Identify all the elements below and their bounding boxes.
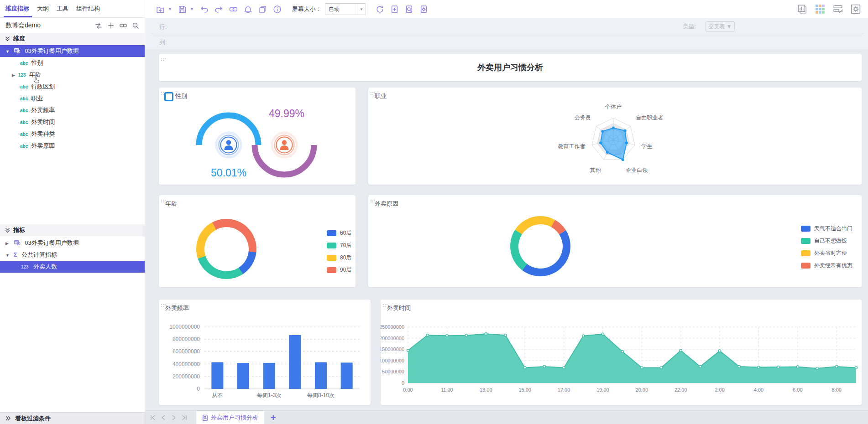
save-icon[interactable] bbox=[178, 5, 187, 14]
expand-arrow-icon[interactable]: ▶ bbox=[12, 69, 17, 81]
tab-dimensions-metrics[interactable]: 维度指标 bbox=[5, 5, 29, 13]
switch-dataset-icon[interactable] bbox=[95, 22, 102, 29]
svg-text:200000000: 200000000 bbox=[173, 373, 200, 380]
refresh-icon[interactable] bbox=[376, 5, 384, 14]
screen-size-select[interactable]: 自动 ▼ bbox=[325, 3, 366, 15]
dashboard-filter-bar[interactable]: 看板过滤条件 bbox=[0, 412, 145, 424]
new-dashboard-icon[interactable] bbox=[156, 5, 165, 14]
search-icon[interactable] bbox=[132, 22, 139, 29]
legend-item[interactable]: 外卖省时方便 bbox=[801, 247, 852, 259]
widget-title: 职业 bbox=[375, 92, 387, 100]
metric-tree-root[interactable]: ▶ 03外卖订餐用户数据 bbox=[0, 237, 145, 249]
title-widget[interactable]: 外卖用户习惯分析 bbox=[159, 54, 862, 81]
info-icon[interactable] bbox=[273, 5, 282, 14]
settings-gear-icon[interactable] bbox=[851, 4, 861, 14]
dashboard-tab-active[interactable]: 外卖用户习惯分析 bbox=[196, 411, 264, 424]
drag-grip-icon[interactable] bbox=[161, 55, 166, 63]
alert-bell-icon[interactable] bbox=[244, 5, 252, 14]
svg-text:学生: 学生 bbox=[641, 143, 652, 150]
dimensions-section-header[interactable]: 维度 bbox=[0, 33, 145, 45]
metrics-section-header[interactable]: 指标 bbox=[0, 224, 145, 236]
collapse-arrow-icon[interactable]: ▼ bbox=[5, 249, 11, 261]
dim-item-time[interactable]: abc外卖时间 bbox=[0, 116, 145, 128]
prev-page-icon[interactable] bbox=[160, 414, 167, 421]
svg-text:公务员: 公务员 bbox=[575, 114, 591, 121]
dashboard-title: 外卖用户习惯分析 bbox=[159, 54, 862, 81]
legend-item[interactable]: 自己不想做饭 bbox=[801, 235, 852, 247]
legend-item[interactable]: 天气不适合出门 bbox=[801, 222, 852, 235]
legend-item[interactable]: 70后 bbox=[327, 239, 351, 252]
tree-item-label: 年龄 bbox=[29, 71, 41, 78]
legend-item[interactable]: 90后 bbox=[327, 264, 351, 276]
screen-size-label: 屏幕大小 : bbox=[292, 5, 319, 13]
reason-widget[interactable]: 外卖原因 天气不适合出门自己不想做饭外卖省时方便外卖经常有优惠 bbox=[368, 195, 862, 287]
first-page-icon[interactable] bbox=[150, 414, 156, 421]
svg-text:400000000: 400000000 bbox=[173, 361, 200, 367]
svg-text:600000000: 600000000 bbox=[173, 348, 200, 355]
next-page-icon[interactable] bbox=[171, 414, 177, 421]
dim-item-frequency[interactable]: abc外卖频率 bbox=[0, 104, 145, 116]
collapse-arrow-icon[interactable]: ▼ bbox=[5, 46, 11, 57]
dim-item-region[interactable]: abc行政区划 bbox=[0, 81, 145, 93]
tab-tools[interactable]: 工具 bbox=[57, 5, 68, 13]
svg-text:2:00: 2:00 bbox=[715, 387, 724, 393]
legend-swatch bbox=[801, 263, 810, 269]
expand-arrow-icon[interactable]: ▶ bbox=[5, 238, 11, 249]
collapse-double-chevron-icon bbox=[5, 36, 10, 42]
age-donut-chart bbox=[196, 219, 256, 279]
metric-calc-group[interactable]: ▼ Σ 公共计算指标 bbox=[0, 249, 145, 261]
occupation-widget[interactable]: 职业 个体户自由职业者学生企业白领其他教育工作者公务员 bbox=[368, 88, 862, 185]
link-icon[interactable] bbox=[120, 22, 127, 29]
doc-add-icon[interactable] bbox=[390, 5, 399, 14]
last-page-icon[interactable] bbox=[181, 414, 188, 421]
link-icon[interactable] bbox=[229, 5, 238, 14]
dim-item-reason[interactable]: abc外卖原因 bbox=[0, 140, 145, 152]
legend-swatch bbox=[327, 255, 336, 261]
chart-type-dropdown[interactable]: 交叉表 ▼ bbox=[706, 21, 735, 31]
reason-legend: 天气不适合出门自己不想做饭外卖省时方便外卖经常有优惠 bbox=[801, 222, 852, 272]
copy-component-icon[interactable] bbox=[258, 5, 267, 14]
svg-text:个体户: 个体户 bbox=[605, 103, 622, 110]
add-field-icon[interactable] bbox=[107, 22, 115, 29]
dim-item-occupation[interactable]: abc职业 bbox=[0, 93, 145, 104]
svg-text:从不: 从不 bbox=[212, 392, 223, 398]
dim-item-gender[interactable]: abc性别 bbox=[0, 57, 145, 69]
new-dropdown-caret[interactable]: ▼ bbox=[168, 7, 172, 11]
legend-item[interactable]: 60后 bbox=[327, 227, 351, 239]
component-grid-icon[interactable] bbox=[815, 4, 825, 14]
widget-select-checkbox[interactable] bbox=[164, 92, 173, 101]
undo-icon[interactable] bbox=[200, 5, 209, 14]
age-widget[interactable]: 年龄 60后70后80后90后 bbox=[159, 195, 356, 287]
gender-widget[interactable]: 性别 49.99% 50.01% bbox=[159, 88, 356, 185]
chart-report-icon[interactable] bbox=[797, 4, 807, 14]
svg-text:13:00: 13:00 bbox=[480, 387, 492, 393]
save-dropdown-caret[interactable]: ▼ bbox=[190, 7, 194, 11]
hidden-components-icon[interactable] bbox=[833, 4, 843, 14]
legend-item[interactable]: 80后 bbox=[327, 252, 351, 264]
add-dashboard-tab-button[interactable]: + bbox=[271, 413, 276, 422]
dim-item-age[interactable]: ▶123年龄 bbox=[0, 69, 145, 81]
frequency-widget[interactable]: 外卖频率 02000000004000000006000000008000000… bbox=[159, 300, 371, 405]
expand-double-chevron-icon bbox=[5, 415, 11, 421]
dim-item-category[interactable]: abc外卖种类 bbox=[0, 128, 145, 140]
table-icon bbox=[14, 238, 21, 244]
sidebar-tabs: 维度指标 大纲 工具 组件结构 bbox=[0, 0, 145, 18]
dims-tree-root[interactable]: ▼ 03外卖订餐用户数据 bbox=[0, 45, 145, 57]
tree-item-label: 性别 bbox=[31, 59, 43, 66]
tab-outline[interactable]: 大纲 bbox=[37, 5, 49, 13]
female-percentage: 49.99% bbox=[255, 108, 319, 120]
doc-search-icon[interactable] bbox=[405, 5, 413, 14]
main-toolbar: ▼ ▼ 屏幕大小 : 自动 ▼ bbox=[145, 0, 868, 19]
time-widget[interactable]: 外卖时间 05000000010000000015000000020000000… bbox=[381, 300, 862, 405]
legend-swatch bbox=[327, 267, 336, 273]
redo-icon[interactable] bbox=[214, 5, 223, 14]
tab-component-structure[interactable]: 组件结构 bbox=[76, 5, 100, 13]
donut-hole bbox=[518, 224, 563, 269]
svg-text:50000000: 50000000 bbox=[382, 369, 404, 374]
legend-swatch bbox=[801, 238, 810, 244]
widget-title: 外卖时间 bbox=[387, 304, 411, 312]
doc-settings-icon[interactable] bbox=[419, 5, 428, 14]
legend-item[interactable]: 外卖经常有优惠 bbox=[801, 259, 852, 272]
svg-text:其他: 其他 bbox=[590, 167, 601, 173]
metric-item-takeout-count[interactable]: 123 外卖人数 bbox=[0, 261, 145, 273]
